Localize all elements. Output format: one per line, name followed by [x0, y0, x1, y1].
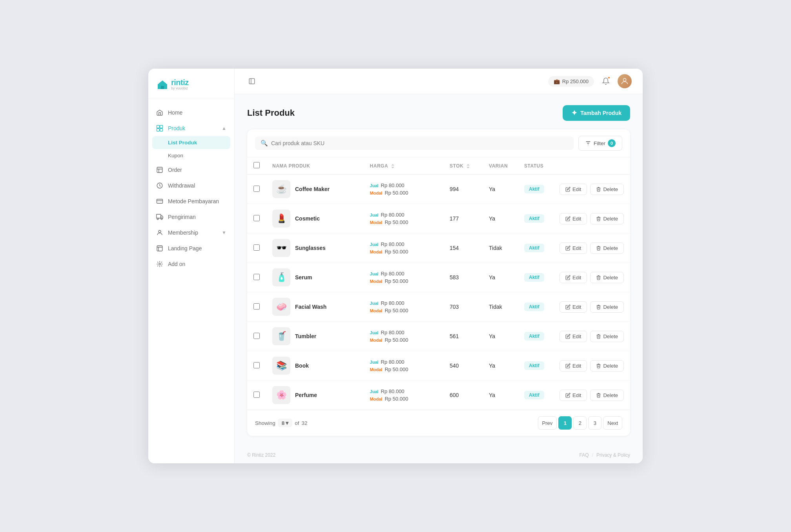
- row-checkbox-2[interactable]: [253, 244, 260, 251]
- balance-display: 💼 Rp 250.000: [548, 76, 594, 87]
- delete-button-1[interactable]: Delete: [590, 213, 624, 224]
- price-cell-6: Jual Rp 80.000 Modal Rp 50.000: [370, 359, 437, 372]
- product-name-4: Facial Wash: [295, 304, 326, 310]
- status-badge-2: Aktif: [524, 244, 544, 252]
- jual-price-6: Rp 80.000: [381, 359, 405, 365]
- prev-page-button[interactable]: Prev: [538, 416, 557, 430]
- delete-button-0[interactable]: Delete: [590, 184, 624, 195]
- edit-button-6[interactable]: Edit: [560, 360, 587, 372]
- delete-button-4[interactable]: Delete: [590, 301, 624, 313]
- edit-button-0[interactable]: Edit: [560, 184, 587, 195]
- sidebar-item-metode-pembayaran[interactable]: Metode Pembayaran: [148, 193, 234, 209]
- sidebar-item-produk[interactable]: Produk ▲: [148, 120, 234, 136]
- edit-button-2[interactable]: Edit: [560, 242, 587, 254]
- row-checkbox-5[interactable]: [253, 333, 260, 339]
- sidebar-item-landing-page[interactable]: Landing Page: [148, 240, 234, 256]
- sidebar-item-addon[interactable]: Add on: [148, 256, 234, 272]
- payment-icon: [156, 198, 163, 205]
- edit-button-1[interactable]: Edit: [560, 213, 587, 224]
- modal-label-2: Modal: [370, 250, 383, 254]
- page-header: List Produk ✦ Tambah Produk: [247, 105, 630, 121]
- jual-price-7: Rp 80.000: [381, 388, 405, 394]
- edit-button-4[interactable]: Edit: [560, 301, 587, 313]
- product-image-3: 🧴: [272, 268, 290, 286]
- modal-label-6: Modal: [370, 367, 383, 372]
- showing-count-selector[interactable]: 8 ▾: [278, 419, 293, 427]
- jual-label-1: Jual: [370, 213, 379, 217]
- col-status-label: STATUS: [524, 163, 543, 169]
- page-title: List Produk: [247, 108, 295, 118]
- sidebar-item-withdrawal[interactable]: Withdrawal: [148, 178, 234, 193]
- product-name-cell-2: 🕶️ Sunglasses: [272, 239, 357, 257]
- delete-button-6[interactable]: Delete: [590, 360, 624, 372]
- membership-chevron-icon: ▼: [222, 230, 226, 235]
- sidebar-item-order[interactable]: Order: [148, 162, 234, 178]
- action-btns-6: Edit Delete: [560, 360, 624, 372]
- sidebar-item-home[interactable]: Home: [148, 105, 234, 120]
- next-page-button[interactable]: Next: [603, 416, 622, 430]
- price-cell-4: Jual Rp 80.000 Modal Rp 50.000: [370, 300, 437, 313]
- product-image-2: 🕶️: [272, 239, 290, 257]
- modal-price-0: Rp 50.000: [385, 190, 408, 196]
- plus-icon: ✦: [571, 109, 577, 117]
- status-badge-0: Aktif: [524, 185, 544, 193]
- kupon-label: Kupon: [168, 153, 183, 159]
- page-2-button[interactable]: 2: [573, 416, 587, 430]
- sidebar-item-pengiriman[interactable]: Pengiriman: [148, 209, 234, 225]
- row-checkbox-7[interactable]: [253, 392, 260, 398]
- add-product-button[interactable]: ✦ Tambah Produk: [563, 105, 630, 121]
- avatar-icon: [620, 77, 629, 86]
- sidebar: rintiz by vuuobiz Home Produk ▲ List Pro…: [148, 69, 235, 463]
- row-checkbox-0[interactable]: [253, 186, 260, 192]
- modal-label-5: Modal: [370, 338, 383, 343]
- status-badge-1: Aktif: [524, 214, 544, 223]
- search-input[interactable]: [271, 140, 568, 146]
- row-checkbox-1[interactable]: [253, 215, 260, 221]
- delete-button-5[interactable]: Delete: [590, 331, 624, 342]
- notification-button[interactable]: [599, 74, 613, 88]
- edit-icon-4: [565, 304, 570, 310]
- page-3-button[interactable]: 3: [588, 416, 601, 430]
- sidebar-item-list-produk[interactable]: List Produk: [152, 136, 230, 149]
- showing-label: Showing: [255, 420, 275, 426]
- search-wrapper: 🔍: [255, 137, 574, 150]
- row-checkbox-4[interactable]: [253, 303, 260, 310]
- delete-button-3[interactable]: Delete: [590, 272, 624, 283]
- delete-button-7[interactable]: Delete: [590, 390, 624, 401]
- filter-button[interactable]: Filter 0: [578, 136, 622, 151]
- jual-label-2: Jual: [370, 242, 379, 247]
- edit-button-3[interactable]: Edit: [560, 272, 587, 283]
- sidebar-toggle-button[interactable]: [246, 75, 258, 87]
- jual-price-5: Rp 80.000: [381, 330, 405, 335]
- shipping-icon: [156, 213, 163, 220]
- select-all-checkbox[interactable]: [253, 162, 260, 168]
- col-varian-label: VARIAN: [489, 163, 508, 169]
- harga-sort-icon[interactable]: [391, 164, 394, 168]
- jual-price-4: Rp 80.000: [381, 300, 405, 306]
- variant-value-7: Ya: [489, 392, 495, 398]
- faq-link[interactable]: FAQ: [580, 452, 589, 458]
- pagination: Prev 1 2 3 Next: [538, 416, 622, 430]
- row-checkbox-6[interactable]: [253, 362, 260, 368]
- edit-button-5[interactable]: Edit: [560, 331, 587, 342]
- privacy-policy-link[interactable]: Privacy & Policy: [596, 452, 630, 458]
- stock-value-2: 154: [450, 245, 459, 251]
- status-badge-3: Aktif: [524, 273, 544, 282]
- page-1-button[interactable]: 1: [558, 416, 572, 430]
- delete-button-2[interactable]: Delete: [590, 242, 624, 254]
- edit-button-7[interactable]: Edit: [560, 390, 587, 401]
- toggle-sidebar-icon: [248, 78, 255, 85]
- product-name-7: Perfume: [295, 392, 317, 398]
- logo-area: rintiz by vuuobiz: [148, 69, 234, 98]
- stok-sort-icon[interactable]: [467, 164, 470, 168]
- product-name-cell-0: ☕ Coffee Maker: [272, 180, 357, 198]
- row-checkbox-3[interactable]: [253, 274, 260, 280]
- user-avatar[interactable]: [618, 74, 632, 88]
- stock-value-5: 561: [450, 333, 459, 339]
- sidebar-item-kupon[interactable]: Kupon: [148, 149, 234, 162]
- col-harga-label: HARGA: [370, 163, 388, 169]
- product-name-cell-3: 🧴 Serum: [272, 268, 357, 286]
- delete-icon-7: [596, 393, 601, 398]
- product-name-cell-5: 🥤 Tumbler: [272, 327, 357, 345]
- sidebar-item-membership[interactable]: Membership ▼: [148, 225, 234, 240]
